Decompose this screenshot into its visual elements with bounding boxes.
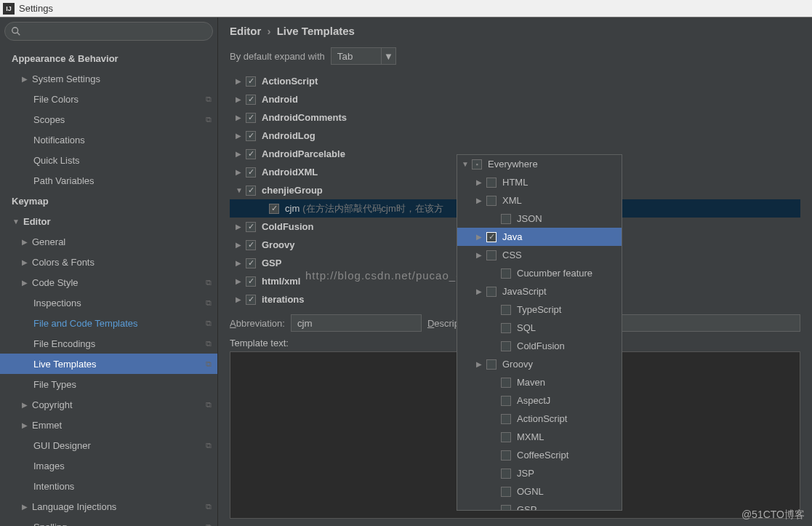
checkbox[interactable] [486,250,497,260]
sidebar-item-file-colors[interactable]: File Colors⧉ [0,89,217,109]
context-item-sql[interactable]: SQL [457,319,622,337]
sidebar-item-label: Intentions [33,481,74,492]
checkbox[interactable] [486,359,497,370]
checkbox[interactable] [486,196,497,206]
sidebar-item-colors-fonts[interactable]: ▶Colors & Fonts [0,252,217,272]
chevron-icon: ▶ [476,251,486,259]
checkbox[interactable] [501,214,511,224]
context-item-gsp[interactable]: GSP [457,501,622,511]
checkbox[interactable] [246,113,256,123]
checkbox[interactable] [246,276,256,287]
checkbox[interactable] [486,178,497,188]
template-label: AndroidComments [262,112,347,123]
expand-value[interactable] [331,47,382,65]
checkbox[interactable] [246,295,256,305]
checkbox[interactable] [501,469,511,479]
sidebar-item-spelling[interactable]: Spelling⧉ [0,517,217,526]
context-item-everywhere[interactable]: ▼Everywhere [457,155,622,173]
checkbox[interactable] [246,222,256,232]
sidebar-item-quick-lists[interactable]: Quick Lists [0,150,217,170]
template-item-androidlog[interactable]: ▶AndroidLog [230,127,800,145]
context-item-typescript[interactable]: TypeScript [457,300,622,319]
template-item-android[interactable]: ▶Android [230,90,800,108]
search-input[interactable] [25,26,206,37]
checkbox[interactable] [246,149,256,159]
context-item-coldfusion[interactable]: ColdFusion [457,337,622,355]
chevron-down-icon[interactable]: ▼ [382,47,396,65]
chevron-icon: ▶ [476,233,486,241]
checkbox[interactable] [501,396,511,406]
checkbox[interactable] [472,159,482,170]
breadcrumb-part[interactable]: Editor [230,25,261,37]
context-item-ognl[interactable]: OGNL [457,482,622,501]
expand-select[interactable]: ▼ [331,47,396,65]
checkbox[interactable] [246,167,256,178]
settings-tree[interactable]: Appearance & Behavior▶System SettingsFil… [0,45,217,526]
checkbox[interactable] [501,505,511,511]
checkbox[interactable] [501,323,511,333]
sidebar-item-system-settings[interactable]: ▶System Settings [0,68,217,89]
context-item-cucumber-feature[interactable]: Cucumber feature [457,264,622,282]
context-item-maven[interactable]: Maven [457,373,622,391]
sidebar-item-general[interactable]: ▶General [0,231,217,252]
sidebar-item-inspections[interactable]: Inspections⧉ [0,292,217,313]
sidebar-item-keymap[interactable]: Keymap [0,191,217,211]
sidebar-item-file-and-code-templates[interactable]: File and Code Templates⧉ [0,313,217,333]
template-item-androidcomments[interactable]: ▶AndroidComments [230,108,800,127]
sidebar-item-file-encodings[interactable]: File Encodings⧉ [0,333,217,354]
context-label: Groovy [502,359,533,370]
checkbox[interactable] [501,414,511,424]
sidebar-item-appearance-behavior[interactable]: Appearance & Behavior [0,48,217,68]
sidebar-item-file-types[interactable]: File Types [0,374,217,394]
template-item-actionscript[interactable]: ▶ActionScript [230,72,800,90]
sidebar-item-scopes[interactable]: Scopes⧉ [0,109,217,129]
sidebar-item-language-injections[interactable]: ▶Language Injections⧉ [0,496,217,517]
context-item-xml[interactable]: ▶XML [457,191,622,210]
checkbox[interactable] [501,268,511,279]
sidebar-item-live-templates[interactable]: Live Templates⧉ [0,354,217,374]
context-label: ColdFusion [517,340,565,351]
sidebar-item-intentions[interactable]: Intentions [0,476,217,496]
checkbox[interactable] [246,95,256,105]
sidebar-item-copyright[interactable]: ▶Copyright⧉ [0,394,217,415]
context-item-mxml[interactable]: MXML [457,428,622,446]
sidebar-item-editor[interactable]: ▼Editor [0,211,217,231]
context-item-html[interactable]: ▶HTML [457,173,622,191]
checkbox[interactable] [501,305,511,315]
template-label: ActionScript [262,76,318,87]
checkbox[interactable] [246,240,256,250]
checkbox[interactable] [501,341,511,351]
abbreviation-input[interactable] [291,314,422,332]
context-item-groovy[interactable]: ▶Groovy [457,355,622,373]
sidebar-item-path-variables[interactable]: Path Variables [0,170,217,191]
sidebar-item-notifications[interactable]: Notifications [0,129,217,150]
chevron-icon: ▶ [20,279,29,287]
sidebar-item-emmet[interactable]: ▶Emmet [0,415,217,435]
checkbox[interactable] [501,432,511,442]
copy-icon: ⧉ [206,502,212,511]
checkbox[interactable] [269,204,279,214]
checkbox[interactable] [501,378,511,388]
context-item-css[interactable]: ▶CSS [457,246,622,264]
checkbox[interactable] [246,186,256,196]
checkbox[interactable] [246,258,256,268]
checkbox[interactable] [486,232,497,242]
context-item-aspectj[interactable]: AspectJ [457,391,622,410]
checkbox[interactable] [246,76,256,87]
checkbox[interactable] [486,287,497,297]
context-item-json[interactable]: JSON [457,210,622,228]
context-item-javascript[interactable]: ▶JavaScript [457,282,622,300]
context-popup[interactable]: ▼Everywhere▶HTML▶XMLJSON▶Java▶CSSCucumbe… [457,154,622,511]
context-item-jsp[interactable]: JSP [457,464,622,482]
sidebar-item-gui-designer[interactable]: GUI Designer⧉ [0,435,217,455]
sidebar-item-images[interactable]: Images [0,455,217,476]
context-item-coffeescript[interactable]: CoffeeScript [457,446,622,464]
checkbox[interactable] [246,131,256,141]
sidebar-item-code-style[interactable]: ▶Code Style⧉ [0,272,217,292]
checkbox[interactable] [501,450,511,461]
sidebar-item-label: File Types [33,379,76,390]
context-item-actionscript[interactable]: ActionScript [457,410,622,428]
checkbox[interactable] [501,487,511,497]
context-item-java[interactable]: ▶Java [457,228,622,246]
search-box[interactable] [4,22,213,41]
